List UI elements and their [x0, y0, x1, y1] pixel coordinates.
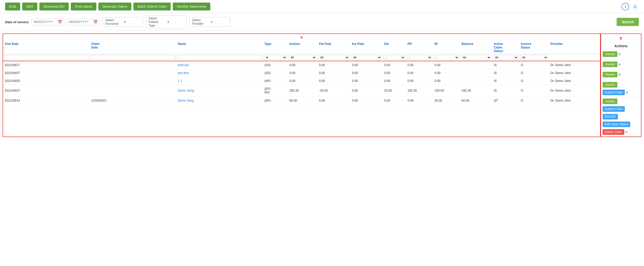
list-icon-3[interactable]: ≡ [618, 72, 620, 77]
invoice-button-2[interactable]: Invoice [603, 62, 617, 67]
chevron-down-icon-2: ▼ [167, 21, 184, 23]
type-cell: (SD) [263, 61, 288, 69]
list-icon-5[interactable]: ≡ [625, 130, 627, 134]
dis-cell: 0.00 [383, 69, 406, 77]
info-icon[interactable]: ℹ [622, 3, 629, 10]
delete-claim-button[interactable]: Delete Claim [603, 129, 624, 135]
edi-837-button[interactable]: EDI-837 [603, 114, 618, 119]
invoice-status-filter[interactable]: All [520, 55, 548, 60]
download-edi-button[interactable]: Download EDI [39, 3, 69, 10]
dis-cell: 0.00 [383, 96, 406, 105]
sort-icon[interactable]: ↕ [5, 46, 6, 49]
name-cell: 1 1 [176, 77, 263, 85]
select-provider-dropdown[interactable]: Select Provider ▼ [189, 17, 230, 27]
actions-section-label: b [601, 34, 641, 43]
invoice-button-5[interactable]: Invoice [603, 99, 617, 104]
ir-filter[interactable]: ↓ [434, 55, 459, 60]
pr-cell: 0.00 [406, 77, 433, 85]
list-icon-1[interactable]: ≡ [618, 52, 620, 56]
date-from-input[interactable] [34, 20, 57, 24]
name-cell: test test [176, 69, 263, 77]
select-insurance-dropdown[interactable]: Select Insurance ▼ [102, 17, 143, 27]
patient-link[interactable]: 1 1 [178, 79, 182, 83]
patient-link[interactable]: Demo Garg [178, 99, 194, 102]
invoice-cell: 292.35 [288, 85, 317, 96]
dis-cell: 25.00 [383, 85, 406, 96]
submit-claim-button-4[interactable]: Submit Claim [603, 90, 625, 95]
balance-cell [460, 77, 492, 85]
visit-date-cell: 2021/09/03 [3, 77, 90, 85]
claim-date-cell [90, 61, 176, 69]
invoice-button-3[interactable]: Invoice [603, 72, 617, 77]
ins-paid-cell: 0.00 [350, 69, 383, 77]
balance-filter[interactable]: All [461, 55, 491, 60]
table-row: 2021/09/03 1 1 (NP) 0.00 0.00 0.00 0.00 … [3, 77, 600, 85]
name-cell: Demo Song [176, 85, 263, 96]
patient-link[interactable]: testt est [178, 63, 189, 67]
generate-claims-button[interactable]: Generate Claims [98, 3, 132, 10]
name-cell: testt est [176, 61, 263, 69]
invoice-status-cell: O [519, 61, 549, 69]
visit-date-filter[interactable] [4, 55, 89, 60]
patient-link[interactable]: test test [178, 71, 189, 75]
claim-date-cell [90, 85, 176, 96]
provider-cell: Dr. Demo John [549, 69, 600, 77]
pat-paid-filter[interactable]: All [318, 55, 349, 60]
ins-paid-filter[interactable]: All [351, 55, 382, 60]
visit-date-cell: 2021/09/07 [3, 69, 90, 77]
visit-date-col-header: Visit Date↕ [3, 41, 90, 54]
column-header-row: Visit Date↕ ClaimDate Name Type Invoice … [3, 41, 600, 54]
select-patient-type-label: Select Patient Type [149, 17, 166, 27]
ir-cell: 0.00 [433, 69, 460, 77]
list-icon-4[interactable]: ≡ [626, 90, 628, 94]
printer-icon[interactable]: 🖨 [631, 3, 639, 10]
dis-filter[interactable]: ↓ [384, 55, 405, 60]
pat-paid-cell: 0.00 [317, 96, 350, 105]
invoice-col-header: Invoice [288, 41, 317, 54]
balance-cell [460, 69, 492, 77]
ir-cell: 100.00 [433, 85, 460, 96]
print-claims-button[interactable]: Print claims [71, 3, 96, 10]
visit-date-cell: 2021/09/17 [3, 61, 90, 69]
chevron-down-icon: ▼ [124, 21, 141, 23]
eob-button[interactable]: EOB [5, 3, 20, 10]
select-patient-type-dropdown[interactable]: Select Patient Type ▼ [146, 15, 187, 29]
pr-filter[interactable]: ↓ [407, 55, 432, 60]
invoice-button-1[interactable]: Invoice [603, 51, 617, 57]
table-row: 2021/08/27 Demo Song (EP)INS 292.35 -25.… [3, 85, 600, 96]
name-col-header: Name [176, 41, 263, 54]
active-claim-status-col-header: ActiveClaimStatus [492, 41, 519, 54]
type-filter[interactable]: ▼ [264, 55, 287, 60]
invoice-filter[interactable]: All [289, 55, 316, 60]
active-claim-status-cell: ISP [492, 96, 519, 105]
list-icon-2[interactable]: ≡ [618, 62, 620, 66]
status-superscript: P [497, 99, 498, 101]
invoice-button-4[interactable]: Invoice [603, 82, 617, 88]
monthly-statements-button[interactable]: Monthly Statements [173, 3, 210, 10]
submit-claim-button-5[interactable]: Submit Claim [603, 106, 625, 112]
name-filter[interactable] [177, 55, 262, 60]
batch-submit-claim-button[interactable]: Batch Submit Claim [133, 3, 171, 10]
claim-date-filter[interactable] [91, 55, 175, 60]
type-cell: (SD) [263, 69, 288, 77]
type-cell: (EP)INS [263, 85, 288, 96]
ins-paid-cell: 0.00 [350, 96, 383, 105]
active-claim-status-filter[interactable]: All [493, 55, 518, 60]
active-claim-status-cell: IS [492, 77, 519, 85]
name-cell: Demo Garg [176, 96, 263, 105]
select-insurance-label: Select Insurance [105, 18, 122, 26]
patient-link[interactable]: Demo Song [178, 89, 194, 92]
era-button[interactable]: ERA [22, 3, 37, 10]
date-from-input-wrap: 📅 [31, 19, 64, 25]
pat-paid-cell: -25.00 [317, 85, 350, 96]
provider-col-header: Provider [549, 41, 600, 54]
invoice-cell: 0.00 [288, 61, 317, 69]
ir-cell: 0.00 [433, 61, 460, 69]
search-button[interactable]: Search [617, 18, 639, 26]
provider-cell: Dr. Demo John [549, 61, 600, 69]
calendar-to-icon[interactable]: 📅 [93, 20, 98, 24]
calendar-from-icon[interactable]: 📅 [58, 20, 62, 24]
date-to-input[interactable] [69, 20, 92, 24]
pr-cell: 0.00 [406, 61, 433, 69]
edit-claim-status-button[interactable]: Edit Claim Status [603, 122, 630, 127]
